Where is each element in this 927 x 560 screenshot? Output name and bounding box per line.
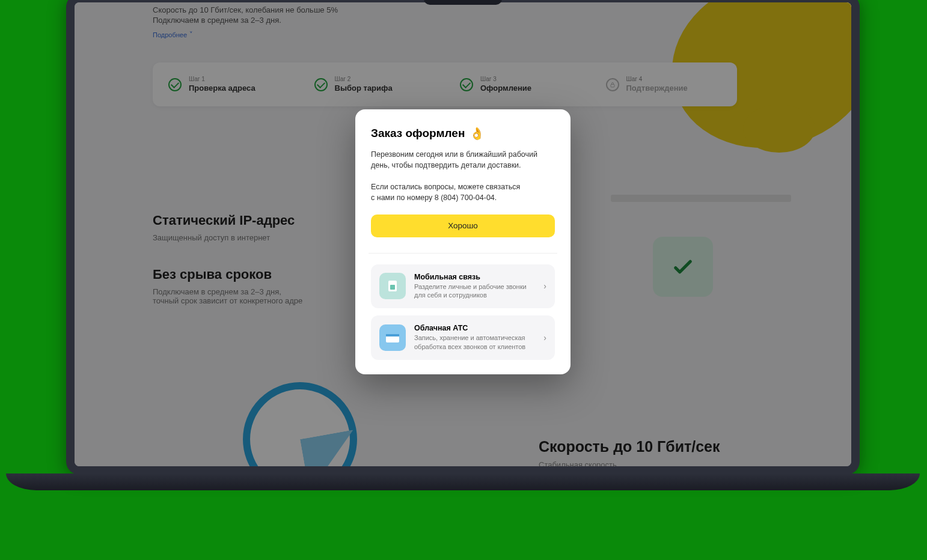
sim-card-icon — [379, 273, 406, 299]
modal-paragraph: Если остались вопросы, можете связаться … — [371, 181, 555, 203]
card-desc: Разделите личные и рабочие звонки для се… — [414, 282, 535, 300]
modal-title-text: Заказ оформлен — [371, 127, 465, 140]
modal-paragraph: Перезвоним сегодня или в ближайший рабоч… — [371, 149, 555, 171]
card-title: Облачная АТС — [414, 324, 535, 332]
upsell-card-ats[interactable]: Облачная АТС Запись, хранение и автомати… — [371, 315, 555, 360]
ok-hand-icon: 👌 — [470, 126, 485, 141]
modal-title: Заказ оформлен 👌 — [371, 126, 555, 141]
card-title: Мобильная связь — [414, 273, 535, 281]
svg-rect-4 — [386, 334, 399, 336]
chevron-right-icon: › — [543, 333, 546, 342]
cloud-pbx-icon — [379, 324, 406, 351]
upsell-card-mobile[interactable]: Мобильная связь Разделите личные и рабоч… — [371, 264, 555, 309]
chevron-right-icon: › — [543, 281, 546, 291]
svg-rect-2 — [390, 285, 395, 290]
card-desc: Запись, хранение и автоматическая обрабо… — [414, 333, 535, 352]
order-confirmed-modal: Заказ оформлен 👌 Перезвоним сегодня или … — [355, 109, 571, 374]
divider — [369, 253, 557, 254]
ok-button[interactable]: Хорошо — [371, 215, 555, 237]
